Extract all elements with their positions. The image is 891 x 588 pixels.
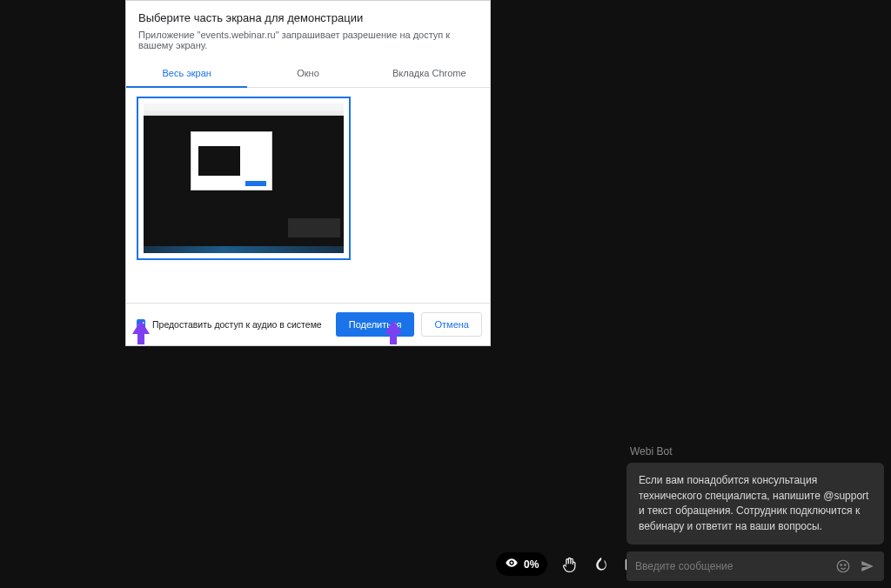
raise-hand-icon[interactable] xyxy=(561,556,579,573)
svg-point-4 xyxy=(841,565,842,566)
chat-panel: Webi Bot Если вам понадобится консультац… xyxy=(626,445,884,581)
modal-footer: Предоставить доступ к аудио в системе По… xyxy=(126,304,490,345)
share-audio-label: Предоставить доступ к аудио в системе xyxy=(152,319,322,330)
chat-bot-message: Если вам понадобится консультация технич… xyxy=(626,463,884,545)
share-button[interactable]: Поделиться xyxy=(336,312,415,337)
share-tabs: Весь экран Окно Вкладка Chrome xyxy=(126,61,490,88)
modal-title: Выберите часть экрана для демонстрации xyxy=(138,11,478,24)
svg-point-5 xyxy=(845,565,847,566)
tab-chrome-tab[interactable]: Вкладка Chrome xyxy=(369,61,490,87)
chat-bot-name: Webi Bot xyxy=(630,445,884,458)
send-icon[interactable] xyxy=(860,558,875,574)
screen-previews xyxy=(126,88,490,304)
tab-entire-screen[interactable]: Весь экран xyxy=(126,61,247,87)
eye-icon xyxy=(505,556,519,572)
modal-header: Выберите часть экрана для демонстрации П… xyxy=(126,1,490,54)
tab-window[interactable]: Окно xyxy=(247,61,368,87)
chat-input-row xyxy=(626,551,884,581)
cancel-button[interactable]: Отмена xyxy=(421,312,481,337)
screen-share-modal: Выберите часть экрана для демонстрации П… xyxy=(125,0,491,346)
svg-point-0 xyxy=(511,562,513,565)
viewers-badge[interactable]: 0% xyxy=(496,552,547,576)
annotation-arrow-icon xyxy=(385,320,402,334)
annotation-arrow-icon xyxy=(132,320,150,334)
screen-thumbnail-1[interactable] xyxy=(137,97,351,260)
emoji-icon[interactable] xyxy=(835,558,851,574)
modal-subtitle: Приложение "events.webinar.ru" запрашива… xyxy=(138,30,478,50)
chat-input[interactable] xyxy=(635,560,827,572)
webinar-toolbar: 0% xyxy=(496,552,641,576)
screen-thumbnail-image xyxy=(144,104,344,253)
fire-icon[interactable] xyxy=(593,556,610,573)
svg-point-3 xyxy=(837,560,849,572)
viewers-count: 0% xyxy=(524,558,539,571)
